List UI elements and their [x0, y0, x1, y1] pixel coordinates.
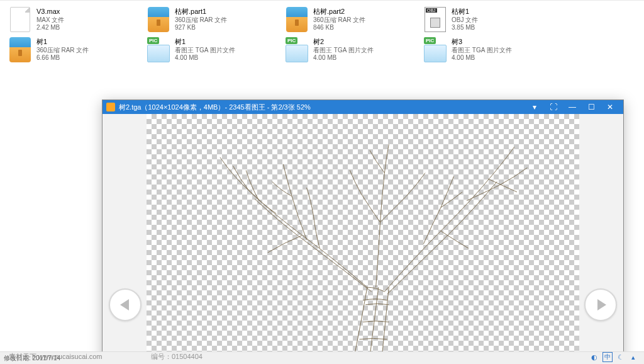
file-name: 树3	[452, 38, 512, 47]
file-size: 4.00 MB	[175, 54, 235, 62]
minimize-button[interactable]: —	[563, 100, 582, 114]
maximize-button[interactable]: ☐	[582, 100, 601, 114]
fullscreen-button[interactable]: ⛶	[544, 100, 563, 114]
close-button[interactable]: ✕	[601, 100, 619, 114]
tray-icons: ◐ 中 ☾ ▴	[590, 352, 638, 362]
file-item[interactable]: PIC 树1 看图王 TGA 图片文件 4.00 MB	[143, 35, 282, 65]
file-name: 枯树1	[452, 8, 478, 16]
file-size: 4.00 MB	[452, 54, 512, 62]
app-icon	[106, 103, 115, 111]
image-viewer-window: 树2.tga（1024×1024像素，4MB）- 2345看图王 - 第2/3张…	[102, 100, 624, 364]
moon-icon[interactable]: ☾	[616, 353, 625, 361]
arrow-right-icon	[597, 299, 606, 310]
file-name: 枯树.part2	[313, 8, 365, 16]
caret-icon[interactable]: ▴	[629, 353, 638, 361]
file-name: 树1	[36, 38, 89, 47]
viewer-titlebar[interactable]: 树2.tga（1024×1024像素，4MB）- 2345看图王 - 第2/3张…	[103, 100, 623, 114]
file-name: 树1	[175, 38, 235, 47]
file-type: 看图王 TGA 图片文件	[452, 47, 512, 55]
image-file-icon: PIC	[147, 37, 170, 62]
file-size: 4.00 MB	[313, 54, 374, 62]
watermark-code: 编号：01504404	[151, 352, 203, 361]
file-name: 树2	[313, 38, 374, 47]
file-type: 360压缩 RAR 文件	[313, 16, 365, 25]
max-file-icon	[10, 7, 30, 32]
file-name: 枯树.part1	[175, 8, 227, 16]
file-item[interactable]: PIC 树2 看图王 TGA 图片文件 4.00 MB	[282, 35, 420, 65]
viewer-body	[103, 114, 623, 364]
file-type: 看图王 TGA 图片文件	[175, 47, 235, 55]
shield-icon[interactable]: ◐	[590, 353, 599, 361]
image-canvas[interactable]	[147, 114, 579, 364]
rar-archive-icon	[9, 37, 31, 62]
file-size: 927 KB	[175, 24, 227, 32]
prev-image-button[interactable]	[109, 288, 142, 321]
watermark-site: 素材天下 www.sucaisucai.com	[9, 352, 103, 361]
file-type: OBJ 文件	[452, 16, 478, 25]
file-explorer: V3.max MAX 文件 2.42 MB 枯树.part1 360压缩 RAR…	[0, 0, 644, 69]
arrow-left-icon	[120, 299, 129, 310]
ime-indicator[interactable]: 中	[602, 352, 613, 362]
image-file-icon: PIC	[424, 37, 447, 62]
next-image-button[interactable]	[584, 288, 617, 321]
file-size: 6.66 MB	[36, 54, 89, 62]
file-item[interactable]: 树1 360压缩 RAR 文件 6.66 MB	[5, 35, 143, 65]
file-type: 360压缩 RAR 文件	[36, 47, 89, 55]
file-size: 2.42 MB	[36, 24, 64, 32]
file-item[interactable]: OBJ 枯树1 OBJ 文件 3.85 MB	[420, 4, 558, 35]
file-type: 360压缩 RAR 文件	[175, 16, 227, 25]
file-name: V3.max	[36, 8, 64, 16]
obj-file-icon: OBJ	[425, 7, 446, 32]
file-item[interactable]: V3.max MAX 文件 2.42 MB	[5, 4, 143, 35]
file-item[interactable]: 枯树.part2 360压缩 RAR 文件 846 KB	[282, 4, 420, 35]
image-file-icon: PIC	[286, 37, 308, 62]
file-size: 3.85 MB	[452, 24, 478, 32]
file-type: MAX 文件	[36, 16, 64, 25]
viewer-title: 树2.tga（1024×1024像素，4MB）- 2345看图王 - 第2/3张…	[119, 103, 525, 112]
file-item[interactable]: 枯树.part1 360压缩 RAR 文件 927 KB	[143, 4, 282, 35]
file-size: 846 KB	[313, 24, 365, 32]
rar-archive-icon	[148, 7, 169, 32]
file-type: 看图王 TGA 图片文件	[313, 47, 374, 55]
dropdown-button[interactable]: ▾	[525, 100, 544, 114]
rar-archive-icon	[286, 7, 308, 32]
tree-image	[147, 114, 579, 364]
file-item[interactable]: PIC 树3 看图王 TGA 图片文件 4.00 MB	[420, 35, 558, 65]
